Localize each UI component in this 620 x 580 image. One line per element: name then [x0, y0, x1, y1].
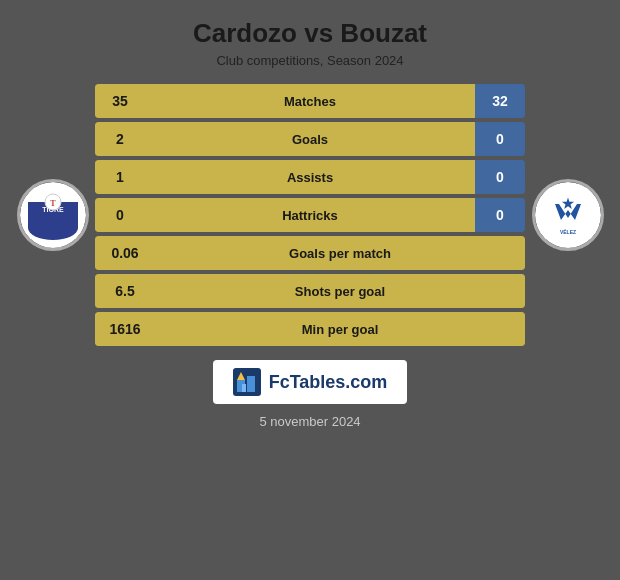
stat-left-val-6: 1616	[95, 312, 155, 346]
stat-left-val-4: 0.06	[95, 236, 155, 270]
velez-logo-circle: VÉLEZ	[532, 179, 604, 251]
club-logo-left: TIGRE T	[10, 179, 95, 251]
stat-label-5: Shots per goal	[155, 274, 525, 308]
stat-row-1: 2Goals0	[95, 122, 525, 156]
stats-container: 35Matches322Goals01Assists00Hattricks00.…	[95, 84, 525, 346]
stat-label-2: Assists	[145, 160, 475, 194]
tigre-logo-circle: TIGRE T	[17, 179, 89, 251]
svg-rect-16	[242, 384, 246, 392]
stat-left-val-5: 6.5	[95, 274, 155, 308]
stat-row-3: 0Hattricks0	[95, 198, 525, 232]
svg-rect-15	[247, 376, 255, 392]
stat-right-val-1: 0	[475, 122, 525, 156]
stat-row-0: 35Matches32	[95, 84, 525, 118]
fctables-icon	[233, 368, 261, 396]
stat-label-4: Goals per match	[155, 236, 525, 270]
stat-right-val-0: 32	[475, 84, 525, 118]
stat-right-val-2: 0	[475, 160, 525, 194]
svg-text:T: T	[50, 199, 56, 208]
stat-row-4: 0.06Goals per match	[95, 236, 525, 270]
fctables-banner: FcTables.com	[213, 360, 408, 404]
fctables-text: FcTables.com	[269, 372, 388, 393]
stat-left-val-0: 35	[95, 84, 145, 118]
page-subtitle: Club competitions, Season 2024	[216, 53, 403, 68]
footer-date: 5 november 2024	[259, 414, 360, 429]
page-container: Cardozo vs Bouzat Club competitions, Sea…	[0, 0, 620, 580]
stat-label-3: Hattricks	[145, 198, 475, 232]
svg-text:VÉLEZ: VÉLEZ	[559, 228, 575, 235]
stat-row-2: 1Assists0	[95, 160, 525, 194]
main-content: TIGRE T 35Matches322Goals01Assists00Hatt…	[10, 84, 610, 346]
stat-left-val-3: 0	[95, 198, 145, 232]
stat-left-val-2: 1	[95, 160, 145, 194]
stat-row-5: 6.5Shots per goal	[95, 274, 525, 308]
stat-right-val-3: 0	[475, 198, 525, 232]
stat-label-6: Min per goal	[155, 312, 525, 346]
velez-logo-svg: VÉLEZ	[535, 182, 601, 248]
tigre-logo-svg: TIGRE T	[20, 182, 86, 248]
stat-left-val-1: 2	[95, 122, 145, 156]
page-title: Cardozo vs Bouzat	[193, 18, 427, 49]
stat-label-0: Matches	[145, 84, 475, 118]
stat-label-1: Goals	[145, 122, 475, 156]
stat-row-6: 1616Min per goal	[95, 312, 525, 346]
svg-point-3	[28, 216, 78, 240]
club-logo-right: VÉLEZ	[525, 179, 610, 251]
